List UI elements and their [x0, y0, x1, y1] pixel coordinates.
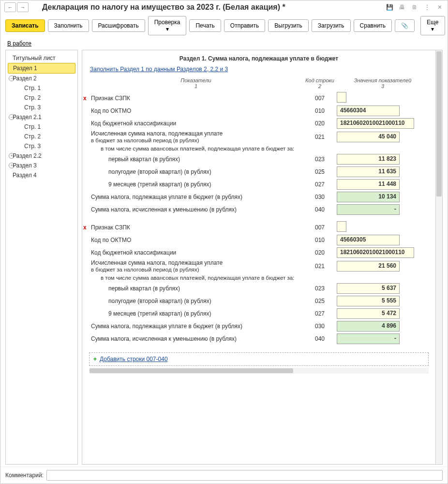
tree-page[interactable]: Стр. 3	[8, 103, 75, 112]
row-label: Исчисленная сумма налога, подлежащая упл…	[89, 259, 303, 273]
row-label: полугодие (второй квартал) (в рублях)	[89, 168, 303, 175]
row-label: Код бюджетной классификации	[89, 120, 303, 127]
save-button[interactable]: Записать	[5, 19, 45, 32]
oktmo-field[interactable]: 45660304	[337, 106, 400, 116]
q2-field[interactable]: 11 635	[337, 166, 400, 177]
reduce-field[interactable]: -	[337, 204, 400, 215]
row-label: Код по ОКТМО	[89, 237, 303, 243]
row-label: полугодие (второй квартал) (в рублях)	[89, 298, 303, 304]
comment-label: Комментарий:	[5, 472, 44, 479]
collapse-icon[interactable]: –	[9, 114, 15, 120]
row-label: Признак СЗПК	[91, 224, 130, 231]
tree-page[interactable]: Стр. 3	[8, 141, 75, 151]
download-button[interactable]: Загрузить	[312, 19, 351, 32]
doc-icon[interactable]: 🗎	[411, 3, 418, 11]
tree-section-2[interactable]: –Раздел 2	[8, 74, 75, 83]
check-button[interactable]: Проверка ▾	[148, 16, 187, 35]
tree-section-21[interactable]: –Раздел 2.1	[8, 112, 75, 122]
send-button[interactable]: Отправить	[224, 19, 266, 32]
row-label: Код бюджетной классификации	[89, 249, 303, 256]
window-title: Декларация по налогу на имущество за 202…	[42, 3, 382, 12]
titlebar: ← → Декларация по налогу на имущество за…	[0, 0, 448, 14]
q1-field[interactable]: 5 637	[337, 283, 400, 294]
save-icon[interactable]: 💾	[386, 3, 393, 11]
fill-section-link[interactable]: Заполнить Раздел 1 по данным Разделов 2,…	[90, 66, 429, 73]
tree-section-3[interactable]: +Раздел 3	[8, 161, 75, 170]
col-header: Показатели	[180, 77, 211, 83]
collapse-icon[interactable]: –	[9, 76, 15, 81]
forward-button[interactable]: →	[17, 2, 29, 12]
row-label: Признак СЗПК	[91, 95, 130, 102]
row-label: первый квартал (в рублях)	[89, 156, 303, 163]
decrypt-button[interactable]: Расшифровать	[92, 19, 145, 32]
col-header: Код строки	[305, 77, 334, 83]
fill-button[interactable]: Заполнить	[48, 19, 89, 32]
tree-title-page[interactable]: Титульный лист	[8, 53, 75, 63]
calc-field[interactable]: 21 560	[337, 261, 400, 272]
row-label: Код по ОКТМО	[89, 107, 303, 114]
tree-section-22[interactable]: +Раздел 2.2	[8, 151, 75, 161]
print-icon[interactable]: 🖶	[398, 3, 406, 11]
col-header: Значения показателей	[354, 77, 412, 83]
upload-button[interactable]: Выгрузить	[268, 19, 309, 32]
sidebar: Титульный лист Раздел 1 –Раздел 2 Стр. 1…	[5, 50, 78, 465]
row-sublabel: в том числе сумма авансовых платежей, по…	[101, 275, 429, 281]
expand-icon[interactable]: +	[9, 163, 15, 168]
szpk-field[interactable]	[337, 221, 346, 232]
delete-row-icon[interactable]: х	[83, 95, 87, 102]
row-label: первый квартал (в рублях)	[89, 285, 303, 292]
print-button[interactable]: Печать	[189, 19, 221, 32]
tree-page[interactable]: Стр. 2	[8, 132, 75, 141]
calc-field[interactable]: 45 040	[337, 132, 400, 142]
szpk-field[interactable]	[337, 92, 346, 103]
oktmo-field[interactable]: 45660305	[337, 235, 400, 245]
reduce-field[interactable]: -	[337, 333, 400, 344]
expand-icon[interactable]: +	[9, 153, 15, 159]
comment-input[interactable]	[46, 470, 443, 481]
toolbar: Записать Заполнить Расшифровать Проверка…	[0, 14, 448, 37]
row-label: Сумма налога, подлежащая уплате в бюджет…	[89, 323, 303, 330]
row-label: 9 месяцев (третий квартал) (в рублях)	[89, 181, 303, 188]
tree-page[interactable]: Стр. 1	[8, 83, 75, 93]
kbk-field[interactable]: 18210602010021000110	[337, 118, 414, 129]
delete-row-icon[interactable]: х	[83, 224, 87, 231]
attach-button[interactable]: 📎	[395, 19, 415, 32]
row-label: 9 месяцев (третий квартал) (в рублях)	[89, 310, 303, 317]
row-label: Сумма налога, исчисленная к уменьшению (…	[89, 335, 303, 342]
row-label: Исчисленная сумма налога, подлежащая упл…	[89, 130, 303, 144]
menu-icon[interactable]: ⋮	[423, 3, 431, 11]
q1-field[interactable]: 11 823	[337, 154, 400, 165]
status-link[interactable]: В работе	[7, 40, 31, 47]
row-label: Сумма налога, подлежащая уплате в бюджет…	[89, 194, 303, 200]
tree-page[interactable]: Стр. 1	[8, 122, 75, 132]
section-title: Раздел 1. Сумма налога, подлежащая уплат…	[89, 55, 429, 62]
more-button[interactable]: Еще ▾	[420, 16, 445, 35]
tree-section-1[interactable]: Раздел 1	[8, 63, 75, 74]
plus-icon: +	[93, 356, 97, 363]
tree-page[interactable]: Стр. 2	[8, 93, 75, 103]
topay-field[interactable]: 10 134	[337, 192, 400, 202]
back-button[interactable]: ←	[4, 2, 16, 12]
vertical-scrollbar[interactable]	[436, 50, 443, 465]
q3-field[interactable]: 11 448	[337, 179, 400, 190]
close-icon[interactable]: ✕	[436, 3, 444, 11]
tree-section-4[interactable]: Раздел 4	[8, 170, 75, 180]
q3-field[interactable]: 5 472	[337, 308, 400, 319]
q2-field[interactable]: 5 555	[337, 296, 400, 306]
topay-field[interactable]: 4 896	[337, 321, 400, 332]
row-sublabel: в том числе сумма авансовых платежей, по…	[101, 146, 429, 151]
kbk-field[interactable]: 18210602010021000110	[337, 247, 414, 258]
add-rows-button[interactable]: + Добавить строки 007-040	[89, 352, 429, 366]
horizontal-scrollbar[interactable]	[89, 368, 429, 374]
content-panel: Раздел 1. Сумма налога, подлежащая уплат…	[82, 50, 436, 465]
row-label: Сумма налога, исчисленная к уменьшению (…	[89, 206, 303, 213]
compare-button[interactable]: Сравнить	[354, 19, 392, 32]
